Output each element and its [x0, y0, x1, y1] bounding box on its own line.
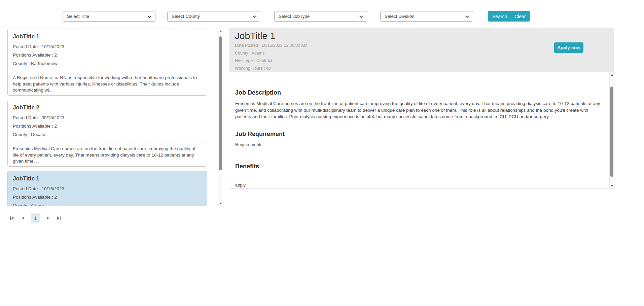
chevron-down-icon — [359, 14, 363, 18]
clear-button[interactable]: Clear — [510, 11, 530, 22]
county-select-value: Select County — [172, 14, 252, 19]
detail-hire-type: Hire Type : Contract — [235, 57, 614, 65]
previous-page-button[interactable] — [20, 214, 26, 223]
job-detail-body: Job Description Fresenius Medical Care n… — [229, 72, 614, 189]
next-page-button[interactable] — [45, 214, 51, 223]
job-description-heading: Job Description — [235, 89, 601, 96]
job-description-text: Fresenius Medical Care nurses are on the… — [235, 100, 604, 120]
search-button[interactable]: Search — [488, 11, 511, 22]
triangle-up-icon — [611, 74, 613, 76]
card-divider — [8, 71, 207, 71]
job-card-column: JobTitle 1 Posted Date : 10/15/2023 Posi… — [7, 29, 207, 206]
bottom-divider — [0, 288, 644, 288]
job-card-title: JobTitle 1 — [13, 33, 202, 40]
division-select-value: Select Division — [385, 14, 465, 19]
job-card-1[interactable]: JobTitle 1 Posted Date : 10/15/2023 Posi… — [7, 29, 207, 96]
job-card-posted-date: Posted Date : 10/15/2023 — [13, 184, 202, 193]
job-card-positions: Positions Available : 2 — [13, 193, 202, 201]
job-card-meta: Posted Date : 10/15/2023 Positions Avail… — [13, 184, 202, 206]
job-card-2[interactable]: JobTitle 2 Posted Date : 09/15/2023 Posi… — [7, 100, 207, 167]
page-number-button[interactable]: 1 — [31, 213, 40, 223]
job-list: JobTitle 1 Posted Date : 10/15/2023 Posi… — [7, 29, 223, 206]
job-card-description: Fresenius Medical Care nurses are on the… — [13, 146, 202, 165]
detail-working-hours: Working Hours : 40 — [235, 65, 614, 72]
triangle-right-icon — [47, 216, 49, 220]
card-divider — [8, 142, 207, 142]
scrollbar-thumb[interactable] — [610, 87, 613, 177]
scroll-up-icon[interactable] — [218, 29, 223, 34]
job-card-county: County : Bartholomew — [13, 59, 202, 68]
benefits-heading: Benefits — [235, 163, 601, 170]
scroll-down-icon[interactable] — [610, 183, 614, 188]
chevron-down-icon — [148, 14, 151, 18]
first-page-button[interactable] — [9, 214, 15, 223]
scrollbar-thumb[interactable] — [219, 36, 222, 170]
triangle-down-icon — [611, 185, 613, 186]
job-card-3-selected[interactable]: JobTitle 1 Posted Date : 10/15/2023 Posi… — [7, 171, 207, 206]
pagination: 1 — [9, 213, 62, 223]
job-requirement-heading: Job Requirement — [235, 131, 601, 138]
triangle-up-icon — [219, 31, 222, 32]
scroll-up-icon[interactable] — [610, 72, 614, 77]
triangle-left-icon — [22, 216, 24, 220]
job-card-meta: Posted Date : 09/15/2023 Positions Avail… — [13, 113, 202, 139]
job-list-scrollbar[interactable] — [218, 29, 223, 206]
job-detail-scrollbar[interactable] — [609, 72, 614, 188]
chevron-down-icon — [465, 14, 469, 18]
job-card-county: County : Adams — [13, 201, 202, 206]
triangle-right-icon — [57, 216, 60, 220]
last-page-icon — [60, 216, 61, 220]
job-card-positions: Positions Available : 2 — [13, 51, 202, 59]
job-card-posted-date: Posted Date : 09/15/2023 — [13, 113, 202, 122]
triangle-left-icon — [11, 216, 13, 220]
job-detail-header: JobTitle 1 Date Posted : 10/15/2023 12:0… — [229, 28, 614, 72]
apply-now-button[interactable]: Apply now — [554, 42, 583, 53]
job-detail-title: JobTitle 1 — [235, 30, 614, 42]
triangle-down-icon — [219, 203, 222, 204]
jobtype-select-value: Select JobType — [279, 14, 359, 19]
job-card-description: A Registered Nurse, or RN, is responsibl… — [13, 75, 202, 94]
chevron-down-icon — [252, 14, 256, 18]
job-requirement-text: Requirements — [235, 142, 601, 147]
job-card-positions: Positions Available : 2 — [13, 122, 202, 130]
first-page-icon — [10, 216, 11, 220]
jobtype-select[interactable]: Select JobType — [274, 11, 367, 22]
job-search-page: Select Title Select County Select JobTyp… — [0, 0, 644, 306]
job-card-title: JobTitle 1 — [13, 175, 202, 182]
last-page-button[interactable] — [56, 214, 62, 223]
title-select-value: Select Title — [67, 14, 148, 19]
scroll-down-icon[interactable] — [218, 201, 223, 206]
job-card-county: County : Decatur — [13, 130, 202, 139]
job-card-title: JobTitle 2 — [13, 104, 202, 111]
job-card-meta: Posted Date : 10/15/2023 Positions Avail… — [13, 42, 202, 68]
county-select[interactable]: Select County — [167, 11, 260, 22]
title-select[interactable]: Select Title — [63, 11, 155, 22]
division-select[interactable]: Select Division — [380, 11, 473, 22]
job-card-posted-date: Posted Date : 10/15/2023 — [13, 42, 202, 51]
apply-text: apply — [235, 182, 601, 188]
